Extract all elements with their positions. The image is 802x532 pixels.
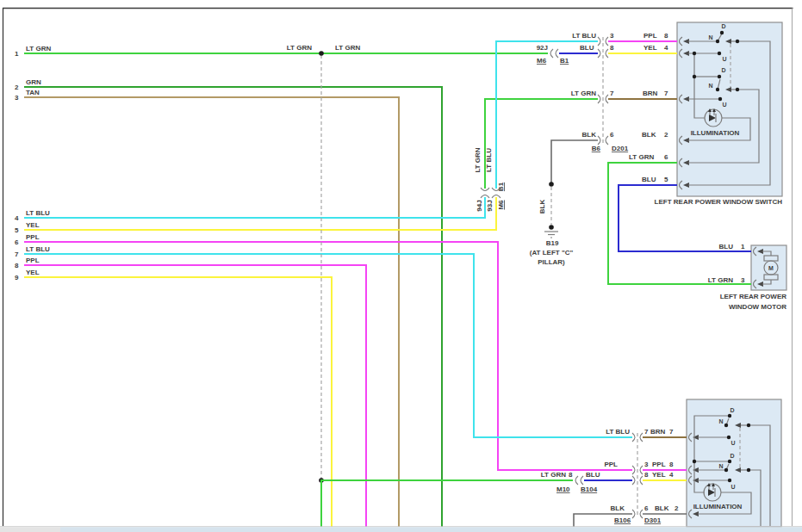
contact-dot [693,460,696,463]
row-left-num: 8 [569,471,573,479]
row-left-label: LT GRN [571,90,596,97]
row-right-label: BRN [643,90,658,97]
position-label-d: D [721,23,725,29]
position-label-d: D [730,407,734,413]
contact-dot [693,75,696,78]
pin-number: 6 [15,238,19,246]
row-mid-label: BLU [586,471,600,479]
motor-symbol: M [768,265,774,271]
row-left-label: PPL [604,461,618,468]
trunk-label-right: LT GRN [335,44,360,52]
contact-dot [724,424,728,427]
row-right-pin: 7 [669,428,674,436]
wire-label: TAN [26,89,40,96]
contact-dot [718,52,721,55]
riser-pin: 94J [476,200,483,211]
contact-dot [716,88,719,91]
contact-dot [747,424,750,427]
connector-name: B1 [497,182,505,191]
ground-wire-label: BLK [538,200,546,214]
row-left-pin: 7 [644,428,649,436]
connector-name: B6 [592,145,601,152]
row-right-label: BLK [642,131,656,139]
wire-label: PPL [26,257,40,264]
contact-dot [728,479,731,482]
row-right-pin: 4 [664,44,668,52]
row-left-pin: 7 [610,90,614,97]
top-switch-box [677,22,782,196]
wire-label: LT GRN [26,45,51,53]
pin-number: 8 [15,262,19,269]
row-right-pin: 7 [664,90,668,97]
contact-dot [728,414,731,418]
illumination-label: ILLUMINATION [691,129,740,137]
position-label-n: N [708,34,712,40]
row-left-label: LT BLU [572,32,596,40]
pin-number: 3 [15,94,19,102]
row-pin: 6 [664,153,668,161]
row-right-pin: 8 [669,461,674,468]
row-left-pin: 6 [610,131,614,139]
connector-name: M10 [556,486,570,493]
pin-number: 7 [15,251,19,258]
pin-number: 2 [15,84,19,91]
position-label-n: N [718,463,723,469]
row-left-pin: 3 [644,461,649,468]
junction-dot [319,51,324,56]
splice-pin: 92J [537,44,548,52]
contact-dot [736,40,739,43]
row-right-label: PPL [643,32,657,40]
pin-number: 9 [15,274,19,281]
motor-pin: 3 [741,276,745,284]
contact-dot [693,52,696,55]
trunk-label-left: LT GRN [287,44,312,52]
position-label-u: U [731,440,735,446]
position-label-u: U [722,56,726,62]
wire-label: YEL [26,221,40,229]
motor-pin: 1 [741,243,745,251]
wire-label: LT BLU [26,209,50,217]
connector-name: B1 [560,57,569,65]
position-label-u: U [731,484,735,490]
riser-wire-label: LT GRN [474,147,482,172]
row-right-pin: 4 [669,471,674,479]
wire-label: GRN [26,78,41,86]
contact-dot [747,468,750,472]
row-left-label: BLK [582,131,597,139]
motor-wire-label: BLU [719,243,734,251]
row-right-label: PPL [652,461,666,468]
contact-dot [718,75,721,78]
position-label-u: U [722,102,726,108]
ground-id: B19 [546,239,559,247]
row-left-pin: 8 [644,471,649,479]
wire-label: YEL [26,269,40,276]
wire-label: LT BLU [26,245,50,253]
row-label: LT GRN [629,153,654,161]
contact-dot [728,460,731,463]
bottom-strip [0,526,802,532]
strip-left [0,527,60,532]
contact-dot [720,31,724,34]
motor-title-1: LEFT REAR POWER [720,293,787,300]
wiring-diagram: 1 LT GRN 2 GRN 3 TAN 4 LT BLU 5 YEL 6 PP… [0,0,802,532]
connector-name: B106 [614,517,631,524]
pin-number: 1 [15,50,19,58]
row-right-label: BRN [650,428,666,436]
contact-dot [716,40,719,43]
row-label: BLU [642,176,656,183]
pin-number: 4 [15,214,19,222]
illumination-label: ILLUMINATION [693,503,743,510]
riser-wire-label: LT BLU [485,148,493,172]
connector-name: M6 [497,200,505,210]
row-pin: 5 [664,176,668,183]
motor-wire-label: LT GRN [708,276,733,284]
row-right-pin: 2 [675,504,679,512]
connector-name: B104 [581,486,598,493]
position-label-n: N [718,418,723,424]
connector-name: M6 [537,57,547,65]
strip-divider [0,526,802,527]
row-right-label: YEL [652,471,666,479]
contact-dot [724,468,728,472]
position-label-d: D [721,67,725,73]
row-left-label: BLU [580,44,594,52]
